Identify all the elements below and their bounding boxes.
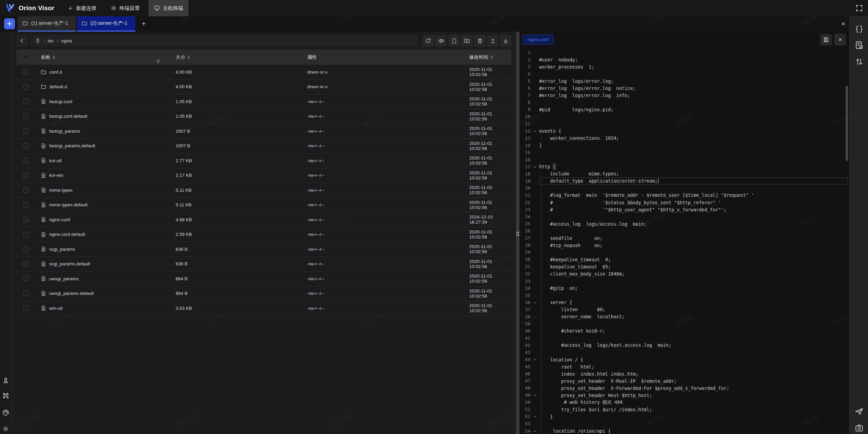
row-checkbox[interactable] (23, 84, 28, 90)
table-row[interactable]: fastcgi_params.default1007 B-rw-r--r--20… (16, 139, 511, 154)
row-checkbox[interactable] (23, 232, 28, 237)
select-all-checkbox[interactable] (23, 55, 28, 60)
code-line[interactable]: 54 location /orion/api { (519, 427, 849, 434)
row-checkbox[interactable] (23, 276, 28, 281)
delete-button[interactable] (474, 35, 486, 46)
code-line[interactable]: 14} (519, 142, 849, 149)
fold-arrow-icon[interactable] (530, 393, 539, 397)
sort-name-icon[interactable] (53, 55, 55, 59)
code-line[interactable]: 20 (519, 185, 849, 192)
table-row[interactable]: scgi_params.default636 B-rw-r--r--2020-1… (16, 257, 511, 272)
code-line[interactable]: 31 keepalive_timeout 65; (519, 263, 849, 270)
code-line[interactable]: 11 (519, 120, 849, 127)
table-row[interactable]: fastcgi.conf1.05 KB-rw-r--r--2020-11-01 … (16, 94, 511, 109)
column-mtime[interactable]: 修改时间 (464, 54, 511, 60)
code-line[interactable]: 48 proxy_set_header X-Forwarded-For $pro… (519, 384, 849, 392)
code-line[interactable]: 18 include mime.types; (519, 170, 849, 177)
code-line[interactable]: 29 (519, 249, 849, 256)
code-line[interactable]: 49 proxy_set_header Host $http_host; (519, 392, 849, 399)
code-line[interactable]: 33 (519, 278, 849, 285)
code-line[interactable]: 32 client_max_body_size 1048m; (519, 270, 849, 277)
table-row[interactable]: default.d4.00 KBdrwxr-xr-x2020-11-01 10:… (16, 80, 511, 95)
menu-item-terminal-settings[interactable]: 终端设置 (105, 0, 145, 16)
code-line[interactable]: 22 # '$status $body_bytes_sent "$http_re… (519, 199, 849, 206)
row-checkbox[interactable] (23, 128, 28, 134)
code-line[interactable]: 5#error_log logs/error.log; (519, 77, 849, 84)
file-name-cell[interactable]: fastcgi.conf.default (35, 114, 170, 119)
column-size[interactable]: 大小 (170, 54, 302, 60)
code-line[interactable]: 45 root html; (519, 363, 849, 370)
fold-arrow-icon[interactable] (530, 301, 539, 304)
file-name-cell[interactable]: koi-utf (35, 158, 170, 163)
paper-plane-icon[interactable] (854, 407, 864, 416)
new-folder-button[interactable] (461, 35, 473, 46)
breadcrumb-segment[interactable]: etc (48, 38, 54, 43)
table-row[interactable]: nginx.conf4.68 KB-rw-r--r--2024-12-10 16… (16, 212, 511, 227)
palette-icon[interactable] (2, 409, 9, 416)
panel-splitter[interactable] (516, 32, 519, 434)
row-checkbox[interactable] (23, 202, 28, 208)
file-name-cell[interactable]: nginx.conf (35, 217, 170, 222)
code-line[interactable]: 13 worker_connections 1024; (519, 135, 849, 142)
code-line[interactable]: 44 location / { (519, 356, 849, 363)
code-line[interactable]: 41 (519, 335, 849, 342)
fold-arrow-icon[interactable] (530, 129, 539, 133)
file-name-cell[interactable]: mime.types.default (35, 202, 170, 208)
table-row[interactable]: uwsgi_params.default664 B-rw-r--r--2020-… (16, 286, 511, 301)
terminal-tab-1[interactable]: (1) server-生产-1 (18, 16, 76, 32)
row-checkbox[interactable] (23, 99, 28, 104)
refresh-button[interactable] (422, 35, 434, 46)
file-name-cell[interactable]: fastcgi.conf (35, 99, 170, 104)
code-line[interactable]: 27 sendfile on; (519, 234, 849, 242)
code-line[interactable]: 42 #access_log logs/host.access.log main… (519, 342, 849, 349)
gear-icon[interactable] (2, 425, 9, 433)
code-line[interactable]: 8 (519, 99, 849, 106)
row-checkbox[interactable] (23, 305, 28, 311)
code-line[interactable]: 51 try_files $uri $uri/ /index.html; (519, 406, 849, 413)
sort-updown-icon[interactable] (854, 57, 864, 66)
table-row[interactable]: mime.types5.11 KB-rw-r--r--2020-11-01 10… (16, 183, 511, 198)
code-line[interactable]: 34 #gzip on; (519, 285, 849, 292)
command-icon[interactable] (2, 392, 9, 399)
table-row[interactable]: conf.d4.00 KBdrwxr-xr-x2020-11-01 10:02:… (16, 65, 511, 80)
code-line[interactable]: 6#error_log logs/error.log notice; (519, 84, 849, 92)
terminal-tab-2[interactable]: (2) server-生产-1 (77, 16, 135, 32)
code-line[interactable]: 39 (519, 320, 849, 327)
table-row[interactable]: fastcgi_params1007 B-rw-r--r--2020-11-01… (16, 124, 511, 139)
table-row[interactable]: koi-utf2.77 KB-rw-r--r--2020-11-01 10:02… (16, 153, 511, 168)
row-checkbox[interactable] (23, 114, 28, 119)
breadcrumb[interactable]: /etc/nginx (31, 35, 418, 46)
code-line[interactable]: 2#user nobody; (519, 56, 849, 63)
fold-arrow-icon[interactable] (530, 429, 539, 433)
sort-size-icon[interactable] (188, 55, 190, 59)
row-checkbox[interactable] (23, 217, 28, 222)
column-name[interactable]: 名称 (35, 54, 170, 60)
row-checkbox[interactable] (23, 261, 28, 267)
code-line[interactable]: 35 (519, 292, 849, 299)
code-line[interactable]: 53 (519, 420, 849, 427)
table-row[interactable]: koi-win2.17 KB-rw-r--r--2020-11-01 10:02… (16, 168, 511, 183)
table-row[interactable]: mime.types.default5.11 KB-rw-r--r--2020-… (16, 198, 511, 213)
file-name-cell[interactable]: fastcgi_params (35, 128, 170, 134)
fold-arrow-icon[interactable] (530, 358, 539, 361)
editor-scrollbar[interactable] (846, 86, 848, 161)
file-name-cell[interactable]: default.d (35, 84, 170, 90)
code-line[interactable]: 43 (519, 349, 849, 356)
new-file-button[interactable] (448, 35, 460, 46)
code-line[interactable]: 21 #log_format main '$remote_addr - $rem… (519, 192, 849, 199)
file-name-cell[interactable]: conf.d (35, 69, 170, 75)
menu-item-new-connection[interactable]: 新建连接 (62, 0, 102, 16)
row-checkbox[interactable] (23, 69, 28, 75)
back-button[interactable] (16, 35, 28, 46)
add-tab-button[interactable]: + (136, 20, 151, 28)
table-row[interactable]: nginx.conf.default2.59 KB-rw-r--r--2020-… (16, 227, 511, 242)
filter-icon[interactable] (156, 59, 161, 64)
code-line[interactable]: 46 index index.html index.htm; (519, 370, 849, 377)
user-icon[interactable] (2, 377, 9, 384)
camera-icon[interactable] (854, 423, 864, 432)
table-row[interactable]: win-utf3.53 KB-rw-r--r--2020-11-01 10:02… (16, 301, 511, 316)
editor-close-icon[interactable]: × (834, 34, 846, 45)
file-name-cell[interactable]: nginx.conf.default (35, 232, 170, 237)
upload-button[interactable] (487, 35, 498, 46)
code-line[interactable]: 9#pid logs/nginx.pid; (519, 106, 849, 113)
